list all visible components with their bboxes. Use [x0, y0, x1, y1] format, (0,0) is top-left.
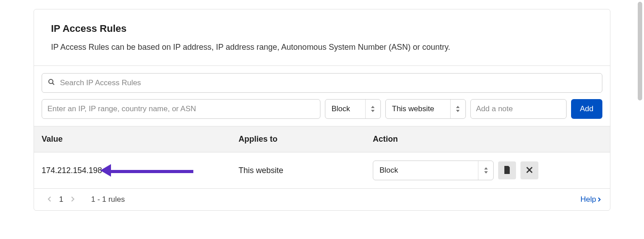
action-select[interactable]: Block — [325, 99, 381, 119]
col-header-value: Value — [42, 135, 239, 144]
controls-section: Block This website Add — [34, 66, 610, 126]
table-header: Value Applies to Action — [34, 126, 610, 152]
col-header-action: Action — [373, 135, 602, 144]
scope-select-value: This website — [386, 104, 450, 113]
range-label: 1 - 1 rules — [91, 195, 125, 204]
action-select-value: Block — [325, 104, 365, 113]
annotation-arrow — [108, 166, 193, 175]
caret-sort-icon — [450, 100, 465, 118]
rule-value: 174.212.154.198 — [42, 166, 102, 175]
page-description: IP Access Rules can be based on IP addre… — [51, 43, 599, 52]
scope-select[interactable]: This website — [385, 99, 466, 119]
add-rule-row: Block This website Add — [42, 99, 602, 119]
row-action-select[interactable]: Block — [373, 161, 494, 180]
table-footer: 1 1 - 1 rules Help — [34, 189, 610, 210]
add-button[interactable]: Add — [571, 99, 602, 119]
help-link[interactable]: Help — [580, 195, 601, 204]
caret-sort-icon — [478, 161, 493, 180]
card-header: IP Access Rules IP Access Rules can be b… — [34, 9, 610, 66]
next-page-button[interactable] — [71, 196, 75, 203]
note-button[interactable] — [498, 161, 516, 179]
table-row: 174.212.154.198 This website Block — [34, 152, 610, 189]
pager: 1 1 - 1 rules — [47, 195, 125, 204]
page-title: IP Access Rules — [51, 23, 599, 35]
help-label: Help — [580, 195, 596, 204]
note-icon — [503, 166, 511, 175]
page-number: 1 — [59, 195, 63, 204]
ip-access-rules-card: IP Access Rules IP Access Rules can be b… — [34, 9, 610, 211]
chevron-left-icon — [47, 196, 51, 202]
caret-sort-icon — [365, 100, 380, 118]
row-action-value: Block — [373, 166, 478, 175]
search-input[interactable] — [42, 73, 602, 93]
ip-input[interactable] — [42, 99, 320, 119]
rule-applies: This website — [239, 166, 373, 175]
close-icon — [526, 167, 533, 174]
prev-page-button[interactable] — [47, 196, 51, 203]
chevron-right-icon — [598, 195, 601, 204]
delete-button[interactable] — [520, 161, 538, 179]
note-input[interactable] — [470, 99, 567, 119]
col-header-applies: Applies to — [239, 135, 373, 144]
chevron-right-icon — [71, 196, 75, 202]
scrollbar[interactable] — [638, 2, 642, 100]
